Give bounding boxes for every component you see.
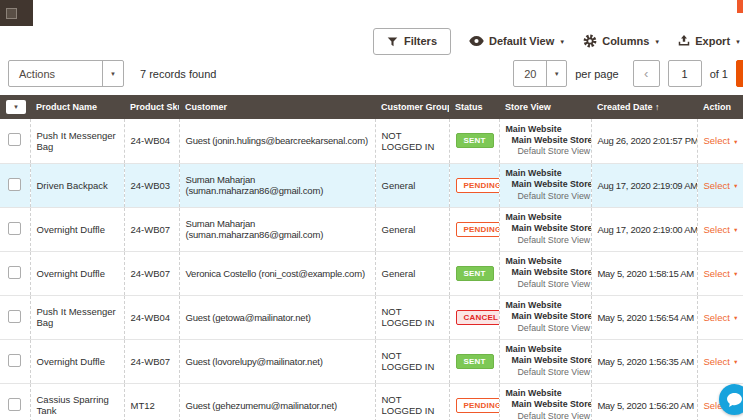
sort-ascending-icon: ↑ bbox=[655, 102, 660, 112]
select-label: Select bbox=[704, 268, 730, 279]
row-checkbox-cell bbox=[0, 251, 30, 295]
row-checkbox[interactable] bbox=[8, 354, 21, 367]
chevron-down-icon: ▼ bbox=[733, 227, 738, 233]
table-row[interactable]: Overnight Duffle 24-WB07 Suman Maharjan … bbox=[0, 207, 743, 251]
row-select-action[interactable]: Select▼ bbox=[704, 180, 739, 191]
cell-store-view: Main Website Main Website Store Default … bbox=[499, 119, 591, 163]
cell-customer: Guest (jonin.hulings@bearcreekarsenal.co… bbox=[179, 119, 375, 163]
table-row[interactable]: Driven Backpack 24-WB03 Suman Maharjan (… bbox=[0, 163, 743, 207]
cell-created-date: Aug 26, 2020 2:01:57 PM bbox=[591, 119, 697, 163]
previous-page-button[interactable]: ‹ bbox=[633, 60, 660, 87]
chevron-down-icon: ▼ bbox=[733, 139, 738, 145]
row-select-action[interactable]: Select▼ bbox=[704, 356, 739, 367]
cell-product-name: Push It Messenger Bag bbox=[30, 119, 124, 163]
store-view-view: Default Store View bbox=[506, 367, 585, 378]
per-page-label: per page bbox=[575, 68, 618, 80]
row-checkbox[interactable] bbox=[8, 222, 21, 235]
select-label: Select bbox=[704, 180, 730, 191]
cell-customer-group: General bbox=[375, 163, 449, 207]
table-row[interactable]: Push It Messenger Bag 24-WB04 Guest (jon… bbox=[0, 119, 743, 163]
cell-created-date: Aug 17, 2020 2:19:09 AM bbox=[591, 163, 697, 207]
admin-menu-fragment[interactable] bbox=[0, 0, 33, 26]
col-header-created-date[interactable]: Created Date ↑ bbox=[591, 95, 697, 119]
cell-product-sku: 24-WB03 bbox=[124, 163, 179, 207]
columns-control[interactable]: Columns ▼ bbox=[583, 34, 660, 48]
cell-action: Select▼ bbox=[697, 163, 743, 207]
table-row[interactable]: Cassius Sparring Tank MT12 Guest (gehezu… bbox=[0, 383, 743, 420]
cell-action: Select▼ bbox=[697, 207, 743, 251]
status-badge: PENDING bbox=[456, 222, 500, 237]
cell-product-name: Overnight Duffle bbox=[30, 207, 124, 251]
cell-product-sku: MT12 bbox=[124, 383, 179, 420]
cell-product-name: Cassius Sparring Tank bbox=[30, 383, 124, 420]
cell-action: Select▼ bbox=[697, 251, 743, 295]
table-row[interactable]: Overnight Duffle 24-WB07 Guest (lovorelu… bbox=[0, 339, 743, 383]
col-header-store-view[interactable]: Store View bbox=[499, 95, 591, 119]
chevron-down-icon: ▼ bbox=[735, 39, 741, 45]
row-checkbox[interactable] bbox=[8, 266, 21, 279]
chevron-down-icon: ▼ bbox=[733, 183, 738, 189]
cell-customer-group: General bbox=[375, 251, 449, 295]
row-checkbox-cell bbox=[0, 339, 30, 383]
col-header-product-name[interactable]: Product Name bbox=[30, 95, 124, 119]
store-view-view: Default Store View bbox=[506, 411, 585, 420]
table-row[interactable]: Push It Messenger Bag 24-WB04 Guest (get… bbox=[0, 295, 743, 339]
actions-dropdown[interactable]: Actions ▼ bbox=[8, 60, 124, 87]
store-view-website: Main Website bbox=[506, 256, 585, 267]
select-label: Select bbox=[704, 135, 730, 146]
col-header-customer[interactable]: Customer bbox=[179, 95, 375, 119]
row-checkbox-cell bbox=[0, 163, 30, 207]
row-checkbox[interactable] bbox=[8, 398, 21, 411]
row-select-action[interactable]: Select▼ bbox=[704, 312, 739, 323]
cell-customer: Guest (getowa@mailinator.net) bbox=[179, 295, 375, 339]
row-checkbox[interactable] bbox=[8, 310, 21, 323]
cell-created-date: Aug 17, 2020 2:19:00 AM bbox=[591, 207, 697, 251]
filters-label: Filters bbox=[404, 35, 437, 47]
row-checkbox[interactable] bbox=[8, 178, 21, 191]
store-view-store: Main Website Store bbox=[506, 135, 585, 146]
cell-created-date: May 5, 2020 1:56:20 AM bbox=[591, 383, 697, 420]
cell-store-view: Main Website Main Website Store Default … bbox=[499, 251, 591, 295]
status-badge: PENDING bbox=[456, 178, 500, 193]
row-checkbox[interactable] bbox=[8, 133, 21, 146]
chat-bubble-icon bbox=[727, 393, 742, 407]
store-view-store: Main Website Store bbox=[506, 267, 585, 278]
col-header-customer-group[interactable]: Customer Group bbox=[375, 95, 449, 119]
row-select-action[interactable]: Select▼ bbox=[704, 224, 739, 235]
per-page-dropdown[interactable]: 20 ▼ bbox=[513, 60, 567, 87]
row-select-action[interactable]: Select▼ bbox=[704, 135, 739, 146]
page-number-input[interactable] bbox=[668, 60, 702, 87]
store-view-website: Main Website bbox=[506, 124, 585, 135]
cell-customer: Guest (gehezumemu@mailinator.net) bbox=[179, 383, 375, 420]
default-view-control[interactable]: Default View ▼ bbox=[469, 35, 565, 47]
col-header-status[interactable]: Status bbox=[449, 95, 499, 119]
chevron-down-icon: ▼ bbox=[559, 39, 565, 45]
col-header-action[interactable]: Action bbox=[697, 95, 743, 119]
select-label: Select bbox=[704, 224, 730, 235]
row-checkbox-cell bbox=[0, 383, 30, 420]
chevron-down-icon: ▼ bbox=[13, 104, 19, 110]
chevron-down-icon: ▼ bbox=[654, 39, 660, 45]
magento-admin-grid-page: Filters Default View ▼ Columns ▼ Export … bbox=[0, 0, 743, 420]
chat-widget-button[interactable] bbox=[719, 384, 743, 415]
store-view-website: Main Website bbox=[506, 168, 585, 179]
cell-customer: Guest (lovorelupy@mailinator.net) bbox=[179, 339, 375, 383]
export-control[interactable]: Export ▼ bbox=[678, 35, 741, 47]
row-select-action[interactable]: Select▼ bbox=[704, 268, 739, 279]
per-page-value: 20 bbox=[514, 61, 546, 86]
chevron-down-icon: ▼ bbox=[733, 315, 738, 321]
filters-button[interactable]: Filters bbox=[373, 28, 451, 55]
cell-created-date: May 5, 2020 1:56:54 AM bbox=[591, 295, 697, 339]
chevron-down-icon: ▼ bbox=[733, 271, 738, 277]
col-header-product-sku[interactable]: Product Sku bbox=[124, 95, 179, 119]
cell-status: SENT bbox=[449, 251, 499, 295]
cell-product-sku: 24-WB04 bbox=[124, 119, 179, 163]
cell-status: CANCEL bbox=[449, 295, 499, 339]
next-page-button[interactable]: › bbox=[736, 60, 743, 87]
grid-controls-right: 20 ▼ per page ‹ of 1 › bbox=[513, 60, 743, 87]
store-view-store: Main Website Store bbox=[506, 355, 585, 366]
table-row[interactable]: Overnight Duffle 24-WB07 Veronica Costel… bbox=[0, 251, 743, 295]
select-all-dropdown[interactable]: ▼ bbox=[6, 100, 26, 114]
store-view-website: Main Website bbox=[506, 344, 585, 355]
store-view-view: Default Store View bbox=[506, 146, 585, 157]
